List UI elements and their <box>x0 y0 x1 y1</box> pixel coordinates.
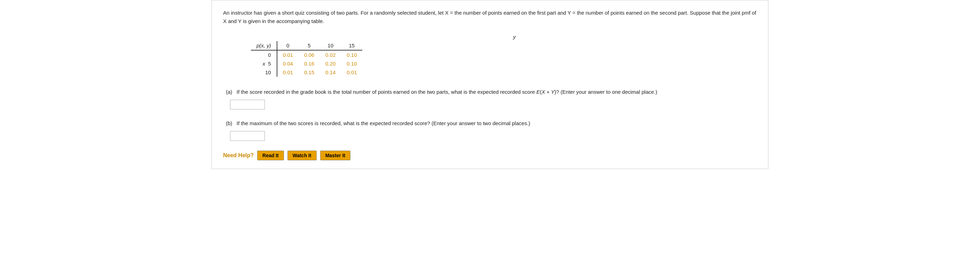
part-b-letter: (b) <box>226 120 235 126</box>
col-header-0: 0 <box>277 41 299 50</box>
part-b-question: If the maximum of the two scores is reco… <box>237 120 530 126</box>
col-header-15: 15 <box>341 41 362 50</box>
read-it-button[interactable]: Read It <box>257 150 284 160</box>
cell-10-5: 0.15 <box>299 68 320 77</box>
cell-0-15: 0.10 <box>341 50 362 59</box>
page-container: An instructor has given a short quiz con… <box>212 0 768 169</box>
cell-10-15: 0.01 <box>341 68 362 77</box>
x-val-0: 0 <box>251 50 277 59</box>
cell-0-10: 0.02 <box>320 50 341 59</box>
master-it-button[interactable]: Master It <box>320 150 351 160</box>
cell-10-0: 0.01 <box>277 68 299 77</box>
need-help-label: Need Help? <box>223 152 254 158</box>
cell-5-0: 0.04 <box>277 59 299 68</box>
part-b-label: (b) If the maximum of the two scores is … <box>226 119 757 128</box>
cell-0-0: 0.01 <box>277 50 299 59</box>
cell-5-10: 0.20 <box>320 59 341 68</box>
joint-pmf-table: p(x, y) 0 5 10 15 0 0.01 0.06 0.02 0.10 … <box>251 41 362 77</box>
table-row: 0 0.01 0.06 0.02 0.10 <box>251 50 362 59</box>
table-header-row: p(x, y) 0 5 10 15 <box>251 41 362 50</box>
help-section: Need Help? Read It Watch It Master It <box>223 150 757 160</box>
cell-0-5: 0.06 <box>299 50 320 59</box>
intro-text: An instructor has given a short quiz con… <box>223 10 756 24</box>
col-header-5: 5 <box>299 41 320 50</box>
part-a-label: (a) If the score recorded in the grade b… <box>226 88 757 96</box>
part-a-input[interactable] <box>230 100 265 109</box>
cell-10-10: 0.14 <box>320 68 341 77</box>
table-section: y p(x, y) 0 5 10 15 0 0.01 0.06 0.02 0.1… <box>244 34 757 77</box>
part-b-section: (b) If the maximum of the two scores is … <box>226 119 757 141</box>
part-a-question: If the score recorded in the grade book … <box>237 89 657 95</box>
col-header-10: 10 <box>320 41 341 50</box>
x-val-10: 10 <box>251 68 277 77</box>
part-b-input[interactable] <box>230 131 265 141</box>
table-header-pxy: p(x, y) <box>251 41 277 50</box>
cell-5-5: 0.16 <box>299 59 320 68</box>
table-row: x 5 0.04 0.16 0.20 0.10 <box>251 59 362 68</box>
y-axis-label: y <box>272 34 757 40</box>
watch-it-button[interactable]: Watch It <box>288 150 317 160</box>
table-row: 10 0.01 0.15 0.14 0.01 <box>251 68 362 77</box>
problem-intro: An instructor has given a short quiz con… <box>223 9 757 26</box>
part-a-letter: (a) <box>226 89 235 95</box>
x-val-5: x 5 <box>251 59 277 68</box>
part-a-section: (a) If the score recorded in the grade b… <box>226 88 757 109</box>
cell-5-15: 0.10 <box>341 59 362 68</box>
